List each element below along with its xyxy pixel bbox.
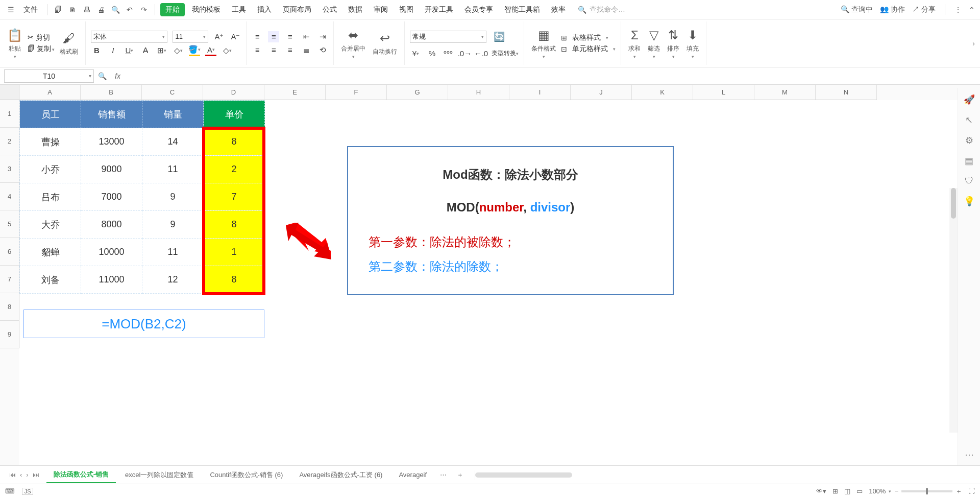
strike-button[interactable]: A̶ xyxy=(140,45,151,56)
cell-style-button[interactable]: ⊡ 单元格样式▾ xyxy=(561,43,616,55)
col-D[interactable]: D xyxy=(203,85,264,100)
sheet-tab-active[interactable]: 除法函数公式-销售 xyxy=(46,467,116,483)
row-4[interactable]: 4 xyxy=(0,183,19,210)
fill-color-button[interactable]: 🪣▾ xyxy=(189,45,200,56)
status-mode-icon[interactable]: ⌨ xyxy=(5,487,15,495)
justify-icon[interactable]: ≣ xyxy=(301,44,312,56)
more-icon[interactable]: ⋮ xyxy=(954,6,962,14)
type-convert-button[interactable]: 类型转换▾ xyxy=(492,49,519,58)
zoom-out-icon[interactable]: − xyxy=(894,487,898,495)
formula-input[interactable] xyxy=(129,69,976,83)
tab-first-icon[interactable]: ⏮ xyxy=(9,471,16,479)
align-right-icon[interactable]: ≡ xyxy=(284,44,296,56)
tab-data[interactable]: 数据 xyxy=(344,3,366,16)
hdr-sales[interactable]: 销售额 xyxy=(81,101,142,128)
hamburger-icon[interactable]: ☰ xyxy=(5,4,16,15)
sheet-tab[interactable]: Countif函数公式-销售 (6) xyxy=(203,467,290,483)
zoom-fit-icon[interactable]: 🔍 xyxy=(98,72,107,80)
tab-vip[interactable]: 会员专享 xyxy=(460,3,497,16)
redo-icon[interactable]: ↷ xyxy=(138,4,150,15)
vertical-scrollbar[interactable] xyxy=(949,188,958,433)
select-all-corner[interactable] xyxy=(0,85,19,100)
fx-icon[interactable]: fx xyxy=(111,72,125,80)
tab-templates[interactable]: 我的模板 xyxy=(188,3,225,16)
collapse-ribbon-icon[interactable]: ⌃ xyxy=(969,6,975,14)
row-3[interactable]: 3 xyxy=(0,155,19,183)
tab-next-icon[interactable]: › xyxy=(26,471,28,479)
view-normal-icon[interactable]: ⊞ xyxy=(832,487,838,495)
tab-prev-icon[interactable]: ‹ xyxy=(20,471,22,479)
filter-button[interactable]: ▽筛选▾ xyxy=(646,26,662,60)
sheet-tab[interactable]: excel一列除以固定数值 xyxy=(118,467,201,483)
rail-cursor-icon[interactable]: ↖ xyxy=(965,114,973,126)
italic-button[interactable]: I xyxy=(107,45,118,56)
number-format-select[interactable]: 常规▾ xyxy=(410,31,486,43)
tab-tools[interactable]: 工具 xyxy=(228,3,250,16)
tab-view[interactable]: 视图 xyxy=(395,3,418,16)
name-box[interactable]: T10▾ xyxy=(4,69,94,83)
format-painter-button[interactable]: 🖌格式刷 xyxy=(58,29,80,57)
col-N[interactable]: N xyxy=(816,85,877,100)
bold-button[interactable]: B xyxy=(91,45,102,56)
tab-eff[interactable]: 效率 xyxy=(547,3,570,16)
font-size-select[interactable]: 11▾ xyxy=(173,31,208,43)
tab-insert[interactable]: 插入 xyxy=(253,3,276,16)
col-B[interactable]: B xyxy=(81,85,142,100)
view-pagebreak-icon[interactable]: ◫ xyxy=(844,487,850,495)
col-L[interactable]: L xyxy=(693,85,754,100)
align-left-icon[interactable]: ≡ xyxy=(252,44,263,56)
collab-button[interactable]: 👥 协作 xyxy=(880,5,905,14)
underline-button[interactable]: U▾ xyxy=(124,45,135,56)
rail-layout-icon[interactable]: ▤ xyxy=(965,155,973,167)
copy-button[interactable]: 🗐 复制 ▾ xyxy=(28,44,55,54)
fullscreen-icon[interactable]: ⛶ xyxy=(968,487,975,495)
increase-font-icon[interactable]: A⁺ xyxy=(213,31,225,42)
border-button[interactable]: ⊞▾ xyxy=(156,45,167,56)
query-status[interactable]: 🔍 查询中 xyxy=(841,5,873,14)
rail-shield-icon[interactable]: 🛡 xyxy=(965,176,974,186)
row-5[interactable]: 5 xyxy=(0,210,19,238)
row-7[interactable]: 7 xyxy=(0,266,19,293)
hdr-price[interactable]: 单价 xyxy=(204,101,265,128)
rail-more-icon[interactable]: ⋯ xyxy=(965,449,974,460)
tab-start[interactable]: 开始 xyxy=(160,3,185,16)
col-G[interactable]: G xyxy=(387,85,448,100)
tab-review[interactable]: 审阅 xyxy=(370,3,392,16)
col-J[interactable]: J xyxy=(571,85,632,100)
tab-layout[interactable]: 页面布局 xyxy=(279,3,315,16)
cut-button[interactable]: ✂ 剪切 xyxy=(28,33,50,42)
file-menu[interactable]: 文件 xyxy=(19,3,42,16)
open-icon[interactable]: 🖶 xyxy=(81,4,92,15)
align-bottom-icon[interactable]: ≡ xyxy=(284,31,296,42)
col-A[interactable]: A xyxy=(19,85,81,100)
sheet-tab[interactable]: Averageifs函数公式-工资 (6) xyxy=(292,467,389,483)
table-row[interactable]: 吕布700097 xyxy=(20,183,265,211)
preview-icon[interactable]: 🔍 xyxy=(110,4,121,15)
cell-fill-icon[interactable]: ◇▾ xyxy=(173,45,184,56)
cond-format-button[interactable]: ▦条件格式▾ xyxy=(529,26,558,60)
print-icon[interactable]: 🖨 xyxy=(95,4,107,15)
save-icon[interactable]: 🗐 xyxy=(53,4,64,15)
fill-button[interactable]: ⬇填充▾ xyxy=(684,26,701,60)
indent-dec-icon[interactable]: ⇤ xyxy=(301,31,312,42)
paste-button[interactable]: 📋粘贴▾ xyxy=(5,26,24,60)
row-6[interactable]: 6 xyxy=(0,238,19,266)
add-sheet-icon[interactable]: ＋ xyxy=(453,470,468,480)
comma-icon[interactable]: ᵒᵒᵒ xyxy=(443,48,454,59)
command-search[interactable]: 🔍 查找命令… xyxy=(573,5,630,14)
align-top-icon[interactable]: ≡ xyxy=(252,31,263,42)
col-K[interactable]: K xyxy=(632,85,693,100)
table-row[interactable]: 曹操13000148 xyxy=(20,128,265,156)
col-F[interactable]: F xyxy=(326,85,387,100)
col-C[interactable]: C xyxy=(142,85,203,100)
new-icon[interactable]: 🗎 xyxy=(67,4,78,15)
align-middle-icon[interactable]: ≡ xyxy=(268,31,279,42)
col-H[interactable]: H xyxy=(448,85,509,100)
share-button[interactable]: ↗ 分享 xyxy=(912,5,936,14)
table-row[interactable]: 貂蝉10000111 xyxy=(20,239,265,266)
sheet-tab[interactable]: Averageif xyxy=(391,468,434,482)
merge-center-button[interactable]: ⬌合并居中▾ xyxy=(339,26,368,60)
zoom-in-icon[interactable]: ＋ xyxy=(955,487,962,496)
tabs-more-icon[interactable]: ⋯ xyxy=(436,471,451,479)
align-center-icon[interactable]: ≡ xyxy=(268,44,279,56)
